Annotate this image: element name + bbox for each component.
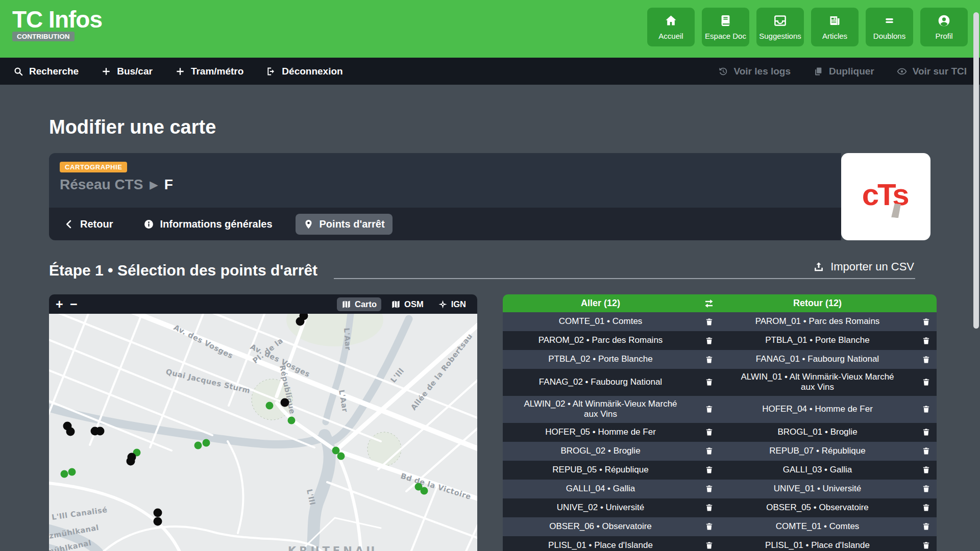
table-row: BROGL_02 • Broglie REPUB_07 • République <box>503 442 937 461</box>
page-scrollbar-thumb[interactable] <box>973 12 979 329</box>
delete-aller-button[interactable] <box>698 503 720 512</box>
retour-stop: UNIVE_01 • Université <box>720 481 915 497</box>
delete-retour-button[interactable] <box>915 503 937 512</box>
delete-aller-button[interactable] <box>698 541 720 550</box>
main-content: Modifier une carte CARTOGRAPHIE Réseau C… <box>0 116 980 551</box>
header-button-espace-doc[interactable]: Espace Doc <box>702 8 749 46</box>
map-layer-label: IGN <box>451 299 466 309</box>
map-layer-carto[interactable]: Carto <box>337 297 381 311</box>
nav-item-voir-sur-tci[interactable]: Voir sur TCI <box>897 66 967 77</box>
delete-aller-button[interactable] <box>698 317 720 327</box>
header-button-accueil[interactable]: Accueil <box>647 8 695 46</box>
delete-retour-button[interactable] <box>915 465 937 474</box>
map-toolbar: + − Carto OSM IGN <box>49 294 477 314</box>
stop-marker-black[interactable] <box>66 428 75 436</box>
delete-retour-button[interactable] <box>915 428 937 437</box>
delete-aller-button[interactable] <box>698 446 720 456</box>
map-zoom-in-button[interactable]: + <box>56 298 70 311</box>
page-scrollbar[interactable] <box>973 0 980 551</box>
nav-item-tram-metro[interactable]: Tram/métro <box>175 66 243 77</box>
divider <box>334 278 915 279</box>
aller-stop: OBSER_06 • Observatoire <box>503 518 698 535</box>
delete-aller-button[interactable] <box>698 336 720 345</box>
delete-retour-button[interactable] <box>915 336 937 345</box>
trash-icon <box>705 378 714 387</box>
aller-stop: ALWIN_02 • Alt Winmärik-Vieux Marché aux… <box>503 396 698 423</box>
delete-retour-button[interactable] <box>915 541 937 550</box>
history-icon <box>718 66 728 77</box>
trash-icon <box>705 336 714 345</box>
nav-item-bus-car[interactable]: Bus/car <box>101 66 153 77</box>
trash-icon <box>705 522 714 531</box>
map-body[interactable]: Av. des VosgesAv. des VosgesQuai Jacques… <box>49 314 477 551</box>
delete-retour-button[interactable] <box>915 405 937 414</box>
nav-item-label: Dupliquer <box>829 66 874 77</box>
delete-aller-button[interactable] <box>698 522 720 531</box>
tab-retour[interactable]: Retour <box>56 214 120 235</box>
delete-retour-button[interactable] <box>915 355 937 364</box>
nav-item-voir-les-logs[interactable]: Voir les logs <box>718 66 791 77</box>
delete-aller-button[interactable] <box>698 378 720 387</box>
breadcrumb-line: F <box>164 177 173 193</box>
stop-marker-green[interactable] <box>61 470 68 478</box>
map-layer-ign[interactable]: IGN <box>433 297 471 311</box>
stop-marker-black[interactable] <box>154 509 162 517</box>
trash-icon <box>922 428 930 437</box>
swap-directions-button[interactable] <box>698 298 720 309</box>
stop-marker-green[interactable] <box>203 439 210 447</box>
stop-marker-black[interactable] <box>296 317 305 326</box>
nav-item-recherche[interactable]: Recherche <box>13 66 79 77</box>
header-button-doublons[interactable]: Doublons <box>866 8 913 46</box>
aller-stop: PAROM_02 • Parc des Romains <box>503 332 698 348</box>
delete-aller-button[interactable] <box>698 405 720 414</box>
delete-retour-button[interactable] <box>915 446 937 456</box>
stop-marker-green[interactable] <box>266 402 274 410</box>
import-csv-button[interactable]: Importer un CSV <box>813 260 915 278</box>
aller-stop: UNIVE_02 • Université <box>503 499 698 516</box>
breadcrumb-network[interactable]: Réseau CTS <box>60 177 143 193</box>
header-button-profil[interactable]: Profil <box>920 8 968 46</box>
trash-icon <box>922 446 930 456</box>
stop-marker-black[interactable] <box>154 517 162 526</box>
tab-informations-generales[interactable]: Informations générales <box>136 214 280 235</box>
map-canvas[interactable]: Av. des VosgesAv. des VosgesQuai Jacques… <box>49 314 477 551</box>
delete-aller-button[interactable] <box>698 484 720 493</box>
header-nav-buttons: Accueil Espace Doc Suggestions Articles … <box>647 0 968 58</box>
delete-retour-button[interactable] <box>915 522 937 531</box>
delete-aller-button[interactable] <box>698 465 720 474</box>
header-button-suggestions[interactable]: Suggestions <box>756 8 804 46</box>
delete-retour-button[interactable] <box>915 378 937 387</box>
street <box>228 441 243 533</box>
info-icon <box>143 219 154 230</box>
nav-item-dupliquer[interactable]: Dupliquer <box>813 66 874 77</box>
breadcrumb: Réseau CTS ▶ F <box>60 177 841 193</box>
cartographie-badge: CARTOGRAPHIE <box>60 162 127 172</box>
delete-aller-button[interactable] <box>698 355 720 364</box>
toolbar-right: Voir les logs Dupliquer Voir sur TCI <box>718 66 967 77</box>
table-row: HOFER_05 • Homme de Fer BROGL_01 • Brogl… <box>503 423 937 442</box>
stop-marker-black[interactable] <box>281 398 289 407</box>
header-button-label: Espace Doc <box>705 32 746 40</box>
stop-marker-green[interactable] <box>288 417 296 424</box>
stop-marker-black[interactable] <box>96 427 105 436</box>
delete-aller-button[interactable] <box>698 428 720 437</box>
delete-retour-button[interactable] <box>915 484 937 493</box>
logout-icon <box>266 66 276 77</box>
map-street-label: L'Aar <box>342 328 352 351</box>
map-zoom-out-button[interactable]: − <box>70 298 84 311</box>
stop-marker-black[interactable] <box>127 457 135 466</box>
header-button-articles[interactable]: Articles <box>811 8 859 46</box>
aller-stop: BROGL_02 • Broglie <box>503 443 698 459</box>
nav-item-deconnexion[interactable]: Déconnexion <box>266 66 342 77</box>
tab-points-d-arret[interactable]: Points d'arrêt <box>296 214 393 235</box>
stop-marker-green[interactable] <box>337 453 345 460</box>
stop-marker-green[interactable] <box>194 442 202 449</box>
brand[interactable]: TC Infos CONTRIBUTION <box>12 0 102 58</box>
stop-marker-green[interactable] <box>68 468 76 476</box>
cts-logo-text: cTs <box>862 177 908 212</box>
nav-item-label: Bus/car <box>117 66 153 77</box>
retour-stop: FANAG_01 • Faubourg National <box>720 351 915 367</box>
stop-marker-green[interactable] <box>421 487 428 495</box>
delete-retour-button[interactable] <box>915 317 937 327</box>
map-layer-osm[interactable]: OSM <box>386 297 428 311</box>
